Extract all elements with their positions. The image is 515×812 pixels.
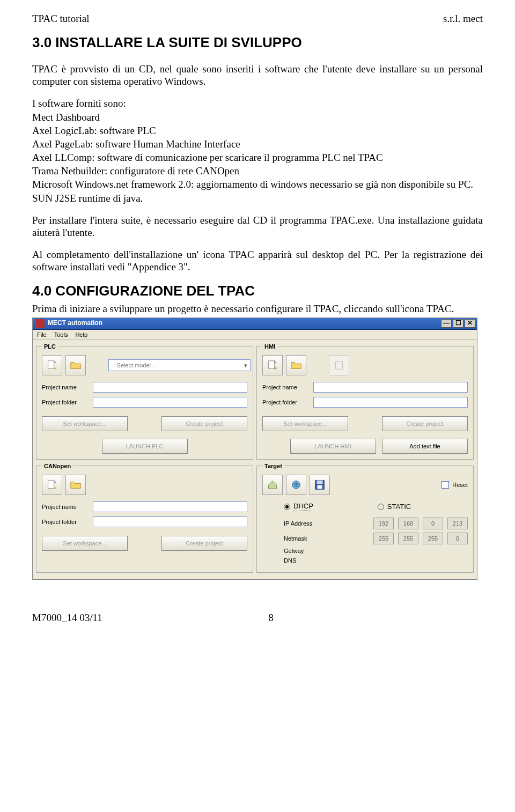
- svg-rect-12: [317, 481, 323, 484]
- list-item: Mect Dashboard: [32, 111, 483, 123]
- target-legend: Target: [262, 463, 284, 469]
- ip-octet-2[interactable]: 168: [398, 518, 418, 529]
- model-select[interactable]: [108, 359, 251, 371]
- hmi-legend: HMI: [262, 343, 277, 350]
- hmi-open-folder-button[interactable]: [286, 355, 306, 375]
- globe-button[interactable]: [286, 475, 306, 495]
- svg-text:✶: ✶: [53, 366, 57, 371]
- svg-marker-1: [54, 361, 56, 363]
- hmi-new-file-button[interactable]: ✶: [262, 355, 283, 375]
- project-name-label: Project name: [42, 504, 93, 510]
- folder-open-icon: [70, 359, 82, 371]
- canopen-create-project-button[interactable]: Create project: [161, 536, 247, 551]
- menu-help[interactable]: Help: [75, 331, 87, 338]
- canopen-panel: CANopen ✶ Project name Project folder: [36, 463, 253, 573]
- ip-octet-4[interactable]: 213: [447, 518, 468, 529]
- static-label: STATIC: [387, 503, 411, 511]
- hmi-set-workspace-button[interactable]: Set workspace...: [262, 416, 348, 431]
- list-item: Axel LLComp: software di comunicazione p…: [32, 151, 483, 164]
- list-item: Trama Netbuilder: configuratore di rete …: [32, 165, 483, 177]
- dhcp-label: DHCP: [293, 503, 313, 511]
- folder-open-icon: [70, 479, 82, 491]
- project-name-label: Project name: [42, 384, 93, 390]
- new-file-icon: ✶: [267, 359, 278, 371]
- project-folder-label: Project folder: [42, 519, 93, 525]
- svg-rect-13: [317, 485, 322, 489]
- svg-marker-8: [54, 481, 56, 483]
- open-folder-button[interactable]: [65, 355, 86, 375]
- page-footer: M7000_14 03/11 8: [32, 612, 483, 624]
- add-text-file-button[interactable]: Add text file: [382, 439, 468, 454]
- section-4-heading: 4.0 CONFIGURAZIONE DEL TPAC: [32, 283, 483, 299]
- getway-label: Getway: [284, 548, 348, 554]
- dns-label: DNS: [284, 557, 348, 564]
- section-3-p2: Per installare l'intera suite, è necessa…: [32, 214, 483, 239]
- window-title: MECT automation: [48, 320, 441, 327]
- list-item: Microsoft Windows.net framework 2.0: agg…: [32, 178, 483, 190]
- list-item: Axel LogicLab: software PLC: [32, 124, 483, 137]
- ip-address-label: IP Address: [284, 520, 348, 527]
- file-icon: [333, 359, 345, 371]
- menu-tools[interactable]: Tools: [54, 331, 68, 338]
- netmask-octet-1[interactable]: 255: [373, 533, 394, 544]
- canopen-project-folder-input[interactable]: [93, 516, 247, 527]
- section-3-p3: Al completamento dell'installazione un' …: [32, 248, 483, 273]
- launch-hmi-button[interactable]: LAUNCH HMI: [290, 439, 376, 454]
- plc-create-project-button[interactable]: Create project: [161, 416, 247, 431]
- canopen-new-file-button[interactable]: ✶: [42, 475, 62, 495]
- svg-rect-6: [336, 361, 343, 369]
- menubar: File Tools Help: [33, 330, 477, 340]
- home-icon: [267, 479, 278, 491]
- menu-file[interactable]: File: [37, 331, 47, 338]
- target-panel: Target Res: [256, 463, 474, 573]
- minimize-button[interactable]: —: [441, 319, 452, 328]
- hmi-create-project-button[interactable]: Create project: [382, 416, 468, 431]
- ip-octet-3[interactable]: 0: [423, 518, 443, 529]
- canopen-project-name-input[interactable]: [93, 501, 247, 512]
- plc-panel: PLC ✶ ▾ Project name Pr: [36, 343, 253, 460]
- list-item: Axel PageLab: software Human Machine Int…: [32, 138, 483, 150]
- netmask-octet-4[interactable]: 0: [447, 533, 468, 544]
- list-item: SUN J2SE runtime di java.: [32, 192, 483, 204]
- maximize-button[interactable]: ☐: [453, 319, 464, 328]
- header-right: s.r.l. mect: [443, 13, 483, 25]
- titlebar: MECT automation — ☐ ✕: [33, 318, 477, 330]
- netmask-octet-2[interactable]: 255: [398, 533, 418, 544]
- hmi-extra-button[interactable]: [329, 355, 349, 375]
- plc-project-name-input[interactable]: [93, 382, 247, 393]
- netmask-label: Netmask: [284, 535, 348, 542]
- canopen-set-workspace-button[interactable]: Set workspace...: [42, 536, 128, 551]
- dropdown-arrow-icon[interactable]: ▾: [244, 362, 247, 368]
- hmi-panel: HMI ✶ Project name: [256, 343, 474, 460]
- ip-octet-1[interactable]: 192: [373, 518, 394, 529]
- new-file-button[interactable]: ✶: [42, 355, 62, 375]
- header-left: TPAC tutorial: [32, 13, 89, 25]
- project-name-label: Project name: [262, 384, 313, 390]
- hmi-project-folder-input[interactable]: [313, 397, 468, 408]
- app-icon: [36, 319, 45, 328]
- launch-plc-button[interactable]: LAUNCH PLC: [102, 439, 188, 454]
- globe-icon: [290, 479, 302, 491]
- netmask-octet-3[interactable]: 255: [423, 533, 443, 544]
- hmi-project-name-input[interactable]: [313, 382, 468, 393]
- canopen-legend: CANopen: [42, 463, 73, 469]
- project-folder-label: Project folder: [262, 399, 313, 405]
- dhcp-radio[interactable]: [284, 504, 290, 510]
- canopen-open-folder-button[interactable]: [65, 475, 86, 495]
- save-button[interactable]: [310, 475, 330, 495]
- section-4-intro: Prima di iniziare a sviluppare un proget…: [32, 302, 483, 315]
- reset-checkbox[interactable]: [442, 481, 449, 489]
- project-folder-label: Project folder: [42, 399, 93, 405]
- new-file-icon: ✶: [46, 479, 58, 491]
- floppy-disk-icon: [314, 479, 326, 491]
- section-3-heading: 3.0 INSTALLARE LA SUITE DI SVILUPPO: [32, 34, 483, 51]
- app-window: MECT automation — ☐ ✕ File Tools Help PL…: [32, 318, 477, 580]
- list-intro: I software forniti sono:: [32, 97, 483, 109]
- section-3-intro: TPAC è provvisto di un CD, nel quale son…: [32, 63, 483, 87]
- home-button[interactable]: [262, 475, 283, 495]
- footer-page: 8: [268, 612, 274, 623]
- plc-project-folder-input[interactable]: [93, 397, 247, 408]
- static-radio[interactable]: [378, 504, 384, 510]
- plc-set-workspace-button[interactable]: Set workspace...: [42, 416, 128, 431]
- close-button[interactable]: ✕: [465, 319, 475, 328]
